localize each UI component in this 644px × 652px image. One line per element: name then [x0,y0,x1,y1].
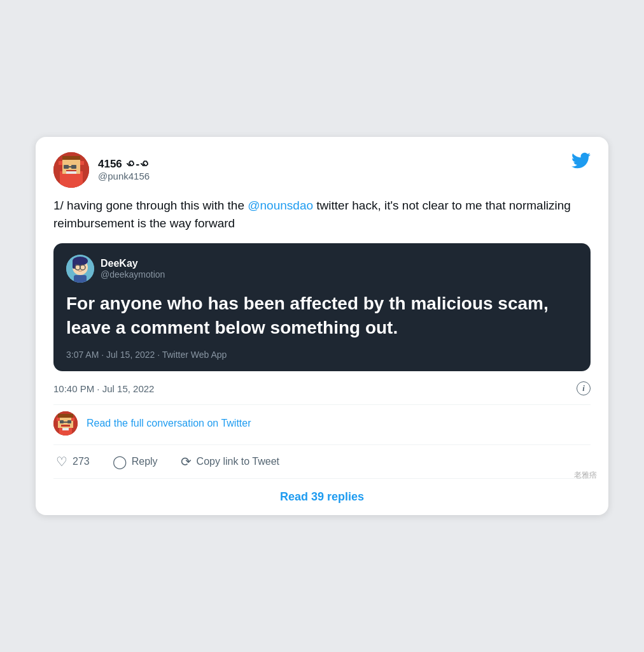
svg-rect-25 [67,420,71,423]
svg-rect-27 [61,425,70,427]
avatar [53,152,89,188]
conversation-avatar [53,411,78,436]
copy-link-action[interactable]: ⟳ Copy link to Tweet [181,454,279,469]
copy-label: Copy link to Tweet [197,456,279,467]
like-count: 273 [73,456,90,467]
svg-rect-23 [71,418,74,421]
link-icon: ⟳ [181,454,192,469]
svg-rect-3 [64,165,69,169]
display-name: 4156 ꩜-꩜ [98,158,150,171]
user-handle: @punk4156 [98,171,150,181]
svg-rect-7 [62,156,80,160]
tweet-timestamp-row: 10:40 PM · Jul 15, 2022 i [53,381,591,395]
quoted-header: DeeKay @deekaymotion [66,255,578,283]
svg-rect-22 [57,418,60,421]
like-icon: ♡ [56,454,67,469]
tweet-header: 4156 ꩜-꩜ @punk4156 [53,152,591,188]
svg-rect-18 [74,275,87,283]
quoted-display-name: DeeKay [101,258,165,269]
svg-rect-5 [69,166,71,167]
svg-rect-10 [80,161,84,165]
like-action[interactable]: ♡ 273 [56,454,90,469]
quoted-text: For anyone who has been affected by th m… [66,292,578,340]
tweet-header-left: 4156 ꩜-꩜ @punk4156 [53,152,150,188]
tweet-text-prefix: 1/ having gone through this with the [53,199,248,212]
read-conversation-link[interactable]: Read the full conversation on Twitter [87,418,251,429]
quoted-tweet: DeeKay @deekaymotion For anyone who has … [53,243,591,372]
svg-rect-21 [58,414,73,418]
tweet-card: 4156 ꩜-꩜ @punk4156 1/ having gone throug… [36,137,608,516]
quoted-timestamp: 3:07 AM · Jul 15, 2022 · Twitter Web App [66,350,578,360]
user-info: 4156 ꩜-꩜ @punk4156 [98,158,150,181]
conversation-link-row: Read the full conversation on Twitter [53,404,591,445]
svg-rect-24 [60,420,64,423]
reply-label: Reply [132,456,158,467]
svg-rect-8 [66,171,76,174]
svg-rect-4 [71,165,76,169]
quoted-user: DeeKay @deekaymotion [101,258,165,280]
reply-icon: ◯ [113,454,127,469]
twitter-bird-icon [571,152,591,173]
watermark: 老雅痞 [574,470,597,481]
info-icon[interactable]: i [577,381,591,395]
tweet-text: 1/ having gone through this with the @no… [53,197,591,233]
svg-rect-29 [62,428,69,430]
svg-rect-26 [64,422,67,423]
read-replies-button[interactable]: Read 39 replies [53,479,591,515]
action-row: ♡ 273 ◯ Reply ⟳ Copy link to Tweet [53,445,591,479]
mention-nounsdao[interactable]: @nounsdao [248,199,313,212]
svg-rect-9 [59,161,62,165]
tweet-timestamp: 10:40 PM · Jul 15, 2022 [53,383,154,394]
quoted-avatar [66,255,94,283]
reply-action[interactable]: ◯ Reply [113,454,158,469]
quoted-handle: @deekaymotion [101,269,165,280]
